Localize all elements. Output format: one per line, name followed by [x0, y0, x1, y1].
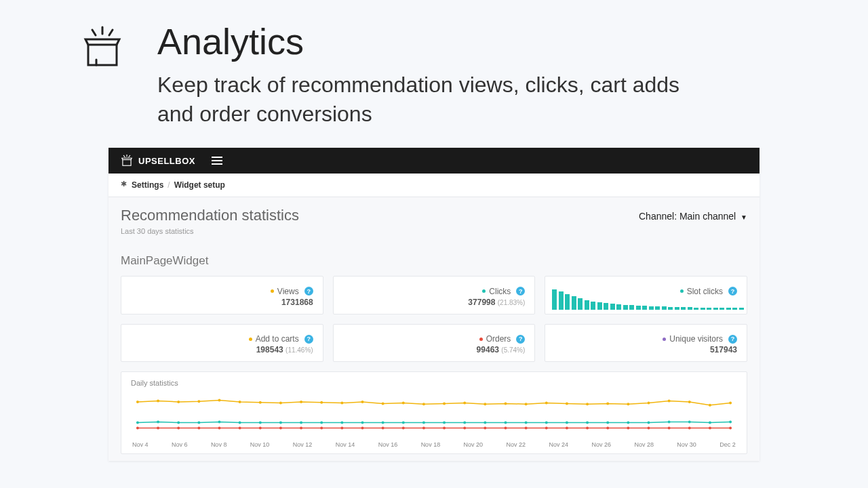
svg-point-68: [729, 421, 732, 424]
main-content: Recommendation statistics Last 30 days s…: [108, 197, 760, 461]
svg-point-91: [586, 427, 589, 430]
stat-pct: (5.74%): [501, 346, 525, 354]
help-icon[interactable]: ?: [728, 335, 737, 344]
xaxis-label: Nov 24: [549, 441, 568, 448]
stat-label-text: Views: [277, 287, 299, 296]
svg-line-7: [129, 156, 130, 157]
chevron-down-icon: ▼: [741, 214, 747, 221]
svg-point-54: [443, 422, 446, 424]
hero-section: Analytics Keep track of recommendation v…: [0, 0, 868, 142]
svg-point-58: [525, 422, 528, 424]
xaxis-label: Nov 20: [464, 441, 484, 448]
stat-value: 517943: [663, 345, 737, 354]
svg-point-9: [136, 401, 139, 403]
stat-card-unique-visitors: Unique visitors?517943: [545, 324, 747, 363]
svg-point-26: [484, 403, 486, 406]
help-icon[interactable]: ?: [516, 287, 525, 296]
svg-point-36: [688, 401, 691, 403]
daily-chart-title: Daily statistics: [131, 379, 737, 387]
stat-card-add-to-carts: Add to carts?198543 (11.46%): [121, 324, 323, 363]
help-icon[interactable]: ?: [516, 335, 525, 344]
stat-pct: (21.83%): [498, 299, 526, 306]
svg-point-25: [463, 402, 466, 405]
xaxis-label: Nov 22: [507, 441, 526, 448]
svg-point-49: [340, 422, 343, 424]
svg-point-84: [443, 427, 446, 430]
gear-icon: [121, 182, 127, 188]
svg-point-42: [197, 422, 200, 424]
svg-point-65: [668, 421, 671, 424]
xaxis-label: Nov 6: [172, 441, 188, 448]
svg-point-75: [259, 427, 262, 430]
hamburger-menu-icon[interactable]: [212, 157, 222, 165]
xaxis-label: Dec 2: [719, 441, 736, 448]
channel-dropdown[interactable]: Channel: Main channel ▼: [639, 211, 747, 222]
stat-value: 99463 (5.74%): [477, 345, 526, 354]
svg-line-6: [123, 156, 125, 157]
hero-subtitle: Keep track of recommendation views, clic…: [157, 70, 686, 129]
svg-point-51: [382, 422, 384, 424]
xaxis-label: Nov 12: [293, 441, 313, 448]
svg-point-44: [239, 422, 241, 424]
svg-point-27: [505, 403, 507, 405]
svg-point-85: [463, 427, 466, 430]
svg-line-1: [92, 30, 96, 35]
stat-value: 377998 (21.83%): [468, 298, 525, 307]
stat-card-views: Views?1731868: [121, 276, 323, 314]
help-icon[interactable]: ?: [304, 335, 313, 344]
svg-point-21: [382, 403, 384, 405]
svg-rect-8: [123, 160, 131, 166]
svg-point-67: [709, 422, 711, 424]
app-window: UPSELLBOX Settings / Widget setup Recomm…: [108, 148, 760, 461]
color-dot: [479, 338, 483, 341]
svg-point-17: [300, 401, 302, 403]
svg-point-79: [340, 427, 343, 430]
svg-point-53: [422, 422, 425, 424]
svg-point-40: [157, 421, 159, 424]
svg-point-38: [729, 402, 732, 405]
stat-label: Unique visitors?: [663, 334, 737, 344]
svg-point-10: [157, 400, 159, 403]
svg-point-90: [566, 427, 568, 430]
stat-label: Clicks?: [482, 287, 525, 296]
brand-text: UPSELLBOX: [138, 156, 195, 166]
breadcrumb-settings[interactable]: Settings: [132, 180, 163, 190]
stat-label-text: Add to carts: [256, 334, 299, 344]
svg-point-76: [279, 427, 282, 430]
svg-point-77: [300, 427, 302, 430]
svg-point-96: [688, 427, 691, 430]
svg-point-81: [382, 427, 384, 430]
svg-point-28: [525, 403, 528, 406]
svg-point-80: [361, 427, 364, 430]
svg-point-57: [505, 422, 507, 424]
svg-point-70: [157, 427, 159, 430]
svg-point-39: [136, 422, 139, 424]
stat-label-text: Orders: [486, 334, 511, 344]
page-subtitle: Last 30 days statistics: [121, 227, 299, 235]
xaxis-label: Nov 8: [211, 441, 227, 448]
help-icon[interactable]: ?: [304, 287, 313, 296]
stat-value: 1731868: [271, 298, 313, 307]
svg-point-11: [177, 401, 180, 403]
xaxis-label: Nov 30: [677, 441, 696, 448]
svg-point-62: [606, 422, 609, 424]
xaxis-label: Nov 4: [132, 441, 149, 448]
breadcrumb-separator: /: [167, 180, 170, 190]
svg-point-63: [627, 422, 629, 424]
svg-point-60: [566, 422, 568, 424]
svg-point-15: [259, 401, 262, 404]
slot-clicks-sparkline: [552, 289, 744, 310]
svg-point-34: [648, 402, 650, 405]
svg-point-13: [218, 399, 221, 402]
svg-point-74: [239, 427, 241, 430]
svg-point-73: [218, 427, 221, 430]
widget-name: MainPageWidget: [121, 254, 747, 268]
breadcrumb: Settings / Widget setup: [108, 174, 760, 197]
svg-point-87: [505, 427, 507, 430]
stat-label: Orders?: [479, 334, 526, 344]
svg-point-20: [361, 401, 364, 403]
breadcrumb-current[interactable]: Widget setup: [174, 180, 225, 190]
svg-point-29: [545, 402, 548, 405]
svg-point-92: [606, 427, 609, 430]
svg-point-35: [668, 400, 671, 403]
